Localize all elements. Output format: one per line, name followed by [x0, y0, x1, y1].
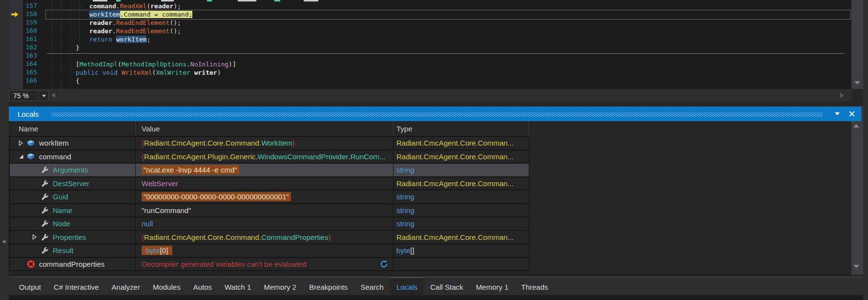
editor-gutter: 157158159160161162163164165166 — [23, 0, 39, 89]
line-number: 161 — [26, 35, 37, 43]
value-cell[interactable]: null — [136, 217, 393, 230]
table-row-Node[interactable]: Nodenullstring — [10, 217, 529, 231]
name-cell: Arguments — [10, 164, 136, 176]
tab-memory-2[interactable]: Memory 2 — [257, 278, 303, 296]
collapse-arrow-icon[interactable] — [19, 154, 24, 159]
zoom-dropdown-button[interactable] — [39, 91, 48, 101]
text-segment: (); — [169, 27, 181, 35]
text-segment — [118, 69, 122, 76]
line-number: 157 — [26, 2, 37, 9]
text-segment: Radiant.CmcAgent.Core.Comman... — [396, 179, 514, 188]
value-cell[interactable]: {byte[0]} — [136, 244, 393, 257]
tab-modules[interactable]: Modules — [146, 278, 187, 296]
refresh-icon[interactable] — [380, 260, 388, 268]
locals-vertical-scrollbar[interactable] — [851, 107, 863, 275]
table-row-Properties[interactable]: Properties{Radiant.CmcAgent.Core.Command… — [10, 231, 529, 245]
scroll-up-icon[interactable] — [853, 124, 859, 128]
column-header-type[interactable]: Type — [393, 121, 529, 136]
scroll-left-icon[interactable] — [52, 92, 55, 98]
column-header-name[interactable]: Name — [9, 121, 136, 136]
table-row-DestServer[interactable]: DestServerWebServerRadiant.CmcAgent.Core… — [10, 177, 529, 191]
value-cell[interactable]: {Radiant.CmcAgent.Core.Command.WorkItem} — [136, 137, 393, 150]
tab-call-stack[interactable]: Call Stack — [424, 278, 470, 296]
name-cell: command — [10, 150, 136, 163]
locals-title-bar[interactable]: Locals — [9, 107, 861, 121]
tab-autos[interactable]: Autos — [187, 278, 218, 296]
variable-name: DestServer — [53, 179, 89, 188]
tab-watch-1[interactable]: Watch 1 — [218, 278, 257, 296]
code-editor[interactable]: 157158159160161162163164165166 command.R… — [0, 0, 851, 89]
window-position-menu-icon[interactable] — [835, 112, 840, 115]
expand-arrow-icon[interactable] — [19, 140, 23, 146]
table-row-command[interactable]: command{Radiant.CmcAgent.Plugin.Generic.… — [10, 150, 529, 164]
table-row-Result[interactable]: Result{byte[0]}byte[] — [10, 244, 529, 258]
locals-panel: Name Value Type workItem{Radiant.CmcAgen… — [9, 121, 851, 277]
code-line-157: command.ReadXml(reader); — [89, 2, 181, 10]
text-segment: } — [329, 233, 331, 241]
variable-name: Properties — [53, 233, 86, 241]
name-cell: Guid — [10, 191, 136, 203]
value-cell[interactable]: "runCommand" — [136, 204, 393, 217]
text-segment: [ — [76, 61, 80, 68]
text-segment: ( — [118, 61, 122, 68]
tab-c-interactive[interactable]: C# Interactive — [47, 278, 105, 296]
icon-slot — [25, 153, 36, 160]
scroll-right-icon[interactable] — [840, 92, 844, 98]
editor-vertical-scrollbar[interactable] — [851, 0, 863, 89]
text-segment: ); — [173, 2, 181, 10]
line-number: 163 — [26, 52, 37, 59]
table-row-Name[interactable]: Name"runCommand"string — [10, 204, 529, 218]
expand-arrow-icon[interactable] — [32, 234, 37, 240]
column-header-value[interactable]: Value — [136, 121, 393, 136]
value-cell[interactable]: WebServer — [136, 177, 393, 190]
table-row-commandProperties[interactable]: commandPropertiesDecompiler generated va… — [10, 258, 529, 272]
icon-slot — [39, 207, 50, 214]
clipped-code-line — [93, 0, 107, 1]
tab-threads[interactable]: Threads — [515, 278, 554, 296]
current-statement-arrow-icon — [11, 11, 19, 18]
code-line-161: return workItem; — [89, 35, 150, 43]
text-segment: workItem — [116, 36, 147, 43]
variable-name: commandProperties — [39, 260, 104, 268]
table-row-Guid[interactable]: Guid"00000000-0000-0000-0000-00000000000… — [10, 191, 529, 204]
title-bar-grip[interactable] — [51, 112, 822, 117]
type-cell — [393, 258, 529, 271]
wrench-icon — [41, 166, 48, 173]
line-number: 162 — [26, 43, 37, 51]
tab-analyzer[interactable]: Analyzer — [105, 278, 146, 296]
text-segment: WorkItem — [261, 139, 292, 147]
value-cell[interactable]: "00000000-0000-0000-0000-000000000001" — [136, 191, 393, 203]
tab-output[interactable]: Output — [13, 278, 47, 296]
breakpoint-margin[interactable] — [9, 0, 23, 89]
zoom-level-dropdown[interactable]: 75 % — [9, 90, 49, 101]
value-cell[interactable]: {Radiant.CmcAgent.Plugin.Generic.Windows… — [136, 150, 393, 163]
table-header: Name Value Type — [9, 121, 529, 137]
line-number: 164 — [26, 60, 37, 67]
panel-title: Locals — [9, 110, 39, 118]
text-segment: ReadEndElement — [116, 27, 170, 35]
clipped-code-line — [274, 0, 280, 1]
value-cell[interactable]: "ncat.exe -lnvp 4444 -e cmd" — [136, 164, 393, 176]
expander-slot[interactable] — [17, 140, 25, 146]
value-cell[interactable]: {Radiant.CmcAgent.Core.Command.CommandPr… — [136, 231, 393, 244]
close-icon[interactable] — [848, 110, 855, 117]
icon-slot — [39, 247, 50, 254]
text-segment: MethodImplOptions — [122, 61, 186, 68]
text-segment: string — [396, 193, 414, 201]
type-cell: string — [393, 191, 529, 203]
text-segment: public — [76, 69, 99, 76]
table-row-Arguments[interactable]: Arguments"ncat.exe -lnvp 4444 -e cmd"str… — [10, 164, 529, 177]
value-cell[interactable]: Decompiler generated variables can't be … — [136, 258, 393, 271]
expander-slot[interactable] — [17, 154, 25, 159]
expander-slot[interactable] — [30, 234, 39, 240]
refresh-value-button[interactable] — [380, 260, 388, 268]
tab-memory-1[interactable]: Memory 1 — [470, 278, 515, 296]
scroll-down-icon[interactable] — [2, 241, 7, 244]
scroll-down-icon[interactable] — [853, 265, 859, 268]
tab-breakpoints[interactable]: Breakpoints — [303, 278, 354, 296]
table-row-workItem[interactable]: workItem{Radiant.CmcAgent.Core.Command.W… — [10, 137, 529, 150]
tab-locals[interactable]: Locals — [390, 278, 424, 296]
method-separator-line — [47, 53, 845, 54]
tab-search[interactable]: Search — [354, 278, 390, 296]
scroll-down-icon[interactable] — [854, 81, 860, 85]
